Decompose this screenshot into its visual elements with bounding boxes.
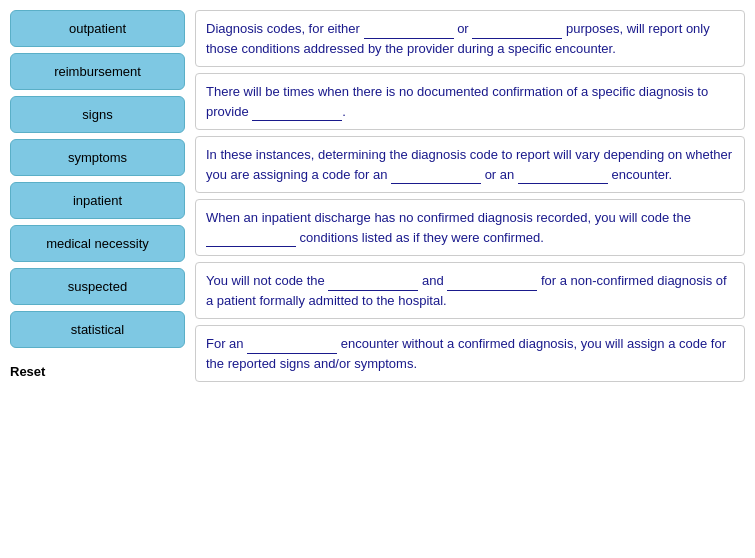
card-3: In these instances, determining the diag… (195, 136, 745, 193)
btn-statistical[interactable]: statistical (10, 311, 185, 348)
card-5-blank-2[interactable] (447, 277, 537, 291)
card-2: There will be times when there is no doc… (195, 73, 745, 130)
card-5-text-2: and (418, 273, 447, 288)
card-3-text-3: encounter. (608, 167, 672, 182)
card-5: You will not code the and for a non-conf… (195, 262, 745, 319)
card-3-blank-2[interactable] (518, 170, 608, 184)
btn-symptoms[interactable]: symptoms (10, 139, 185, 176)
card-1-blank-2[interactable] (472, 25, 562, 39)
btn-signs[interactable]: signs (10, 96, 185, 133)
card-4-text-2: conditions listed as if they were confir… (296, 230, 544, 245)
card-1: Diagnosis codes, for either or purposes,… (195, 10, 745, 67)
card-1-text-1: Diagnosis codes, for either (206, 21, 364, 36)
card-5-text-1: You will not code the (206, 273, 328, 288)
card-3-blank-1[interactable] (391, 170, 481, 184)
right-panel: Diagnosis codes, for either or purposes,… (195, 10, 745, 383)
btn-reimbursement[interactable]: reimbursement (10, 53, 185, 90)
card-2-blank-1[interactable] (252, 107, 342, 121)
card-2-text-2: . (342, 104, 346, 119)
btn-suspected[interactable]: suspected (10, 268, 185, 305)
main-container: outpatient reimbursement signs symptoms … (10, 10, 745, 383)
card-4: When an inpatient discharge has no confi… (195, 199, 745, 256)
reset-button[interactable]: Reset (10, 360, 185, 383)
card-6: For an encounter without a confirmed dia… (195, 325, 745, 382)
btn-outpatient[interactable]: outpatient (10, 10, 185, 47)
card-3-text-2: or an (481, 167, 518, 182)
card-1-text-2: or (454, 21, 473, 36)
card-6-text-1: For an (206, 336, 247, 351)
card-4-blank-1[interactable] (206, 233, 296, 247)
card-4-text-1: When an inpatient discharge has no confi… (206, 210, 691, 225)
card-6-blank-1[interactable] (247, 340, 337, 354)
btn-medical-necessity[interactable]: medical necessity (10, 225, 185, 262)
left-panel: outpatient reimbursement signs symptoms … (10, 10, 185, 383)
btn-inpatient[interactable]: inpatient (10, 182, 185, 219)
card-5-blank-1[interactable] (328, 277, 418, 291)
card-1-blank-1[interactable] (364, 25, 454, 39)
